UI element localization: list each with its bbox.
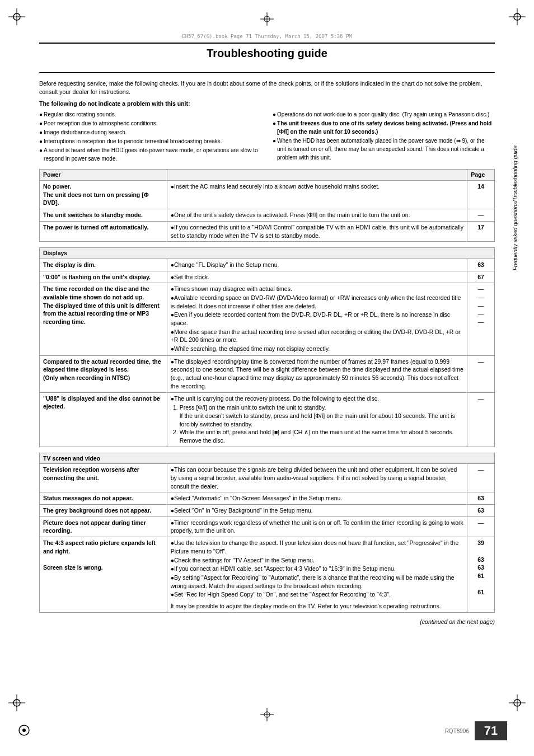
display-solution-3: ●Times shown may disagree with actual ti…	[167, 283, 467, 356]
power-section-header: Power Page	[40, 170, 495, 181]
bullet-right-2: ●When the HDD has been automatically pla…	[273, 137, 495, 162]
display-row-4: Compared to the actual recorded time, th…	[40, 355, 495, 392]
bullet-left-0: ●Regular disc rotating sounds.	[39, 110, 261, 119]
list-item: ●If you connect an HDMI cable, set "Aspe…	[171, 565, 464, 573]
display-solution-1: ●Change "FL Display" in the Setup menu.	[167, 259, 467, 271]
list-item: ●Available recording space on DVD-RW (DV…	[171, 294, 464, 310]
tv-row-3: The grey background does not appear. ●Se…	[40, 505, 495, 517]
top-center-mark	[260, 12, 274, 27]
list-item: ●Check the settings for "TV Aspect" in t…	[171, 556, 464, 565]
extra-text: It may be possible to adjust the display…	[171, 602, 464, 611]
tv-page-4: —	[467, 516, 495, 537]
bottom-bar: RQT8906 71	[445, 721, 507, 740]
svg-point-19	[22, 729, 26, 732]
displays-label: Displays	[40, 248, 495, 259]
following-header: The following do not indicate a problem …	[39, 100, 495, 107]
power-problem-1: No power.The unit does not turn on press…	[40, 181, 167, 209]
list-item: While the unit is off, press and hold [■…	[180, 428, 464, 444]
display-page-2: 67	[467, 271, 495, 283]
tv-page-1: —	[467, 464, 495, 492]
tv-problem-4: Picture does not appear during timer rec…	[40, 516, 167, 537]
corner-mark-br	[509, 694, 526, 711]
corner-mark-tl	[8, 8, 25, 25]
power-row-2: The unit switches to standby mode. ●One …	[40, 209, 495, 222]
tv-page-3: 63	[467, 505, 495, 517]
power-solution-2: ●One of the unit's safety devices is act…	[167, 209, 467, 222]
power-problem-3: The power is turned off automatically.	[40, 221, 167, 241]
power-page-header: Page	[467, 170, 495, 181]
tv-section-header: TV screen and video	[40, 453, 495, 464]
tv-row-1: Television reception worsens after conne…	[40, 464, 495, 492]
display-problem-5: "U88" is displayed and the disc cannot b…	[40, 392, 167, 447]
corner-mark-tr	[509, 8, 526, 25]
bottom-center-mark	[260, 708, 274, 722]
tv-row-4: Picture does not appear during timer rec…	[40, 516, 495, 537]
display-problem-1: The display is dim.	[40, 259, 167, 271]
main-content: Frequently asked questions/Troubleshooti…	[39, 34, 495, 625]
display-page-4: —	[467, 355, 495, 392]
display-solution-2: ●Set the clock.	[167, 271, 467, 283]
list-item: ●Times shown may disagree with actual ti…	[171, 285, 464, 293]
list-item: ●Even if you delete recorded content fro…	[171, 311, 464, 327]
tv-solution-1: ●This can occur because the signals are …	[167, 464, 467, 492]
tv-solution-5: ●Use the television to change the aspect…	[167, 537, 467, 613]
side-label: Frequently asked questions/Troubleshooti…	[512, 145, 518, 270]
page-title: Troubleshooting guide	[39, 47, 495, 62]
display-problem-4: Compared to the actual recorded time, th…	[40, 355, 167, 392]
bullets-left-col: ●Regular disc rotating sounds. ●Poor rec…	[39, 110, 261, 163]
display-row-2: "0:00" is flashing on the unit's display…	[40, 271, 495, 283]
power-row-3: The power is turned off automatically. ●…	[40, 221, 495, 241]
model-number: RQT8906	[445, 728, 469, 734]
display-solution-4: ●The displayed recording/play time is co…	[167, 355, 467, 392]
bullet-left-3: ●Interruptions in reception due to perio…	[39, 137, 261, 145]
continued-text: (continued on the next page)	[39, 618, 495, 625]
tv-table: TV screen and video Television reception…	[39, 453, 495, 613]
power-page-2: —	[467, 209, 495, 222]
tv-row-2: Status messages do not appear. ●Select "…	[40, 492, 495, 505]
list-item: ●Set "Rec for High Speed Copy" to "On", …	[171, 590, 464, 599]
bullet-lists: ●Regular disc rotating sounds. ●Poor rec…	[39, 110, 495, 163]
file-info: EH57_67(G).book Page 71 Thursday, March …	[39, 34, 495, 39]
display-problem-2: "0:00" is flashing on the unit's display…	[40, 271, 167, 283]
bullet-right-1: ●The unit freezes due to one of its safe…	[273, 119, 495, 136]
tv-solution-2: ●Select "Automatic" in "On-Screen Messag…	[167, 492, 467, 505]
bottom-left-circle	[18, 724, 30, 738]
bullet-right-0: ●Operations do not work due to a poor-qu…	[273, 110, 495, 119]
tv-problem-3: The grey background does not appear.	[40, 505, 167, 517]
bullet-left-1: ●Poor reception due to atmospheric condi…	[39, 119, 261, 128]
power-solution-3: ●If you connected this unit to a "HDAVI …	[167, 221, 467, 241]
tv-problem-5: The 4:3 aspect ratio picture expands lef…	[40, 537, 167, 613]
tv-label: TV screen and video	[40, 453, 495, 464]
bullet-left-2: ●Image disturbance during search.	[39, 128, 261, 137]
page-wrapper: Frequently asked questions/Troubleshooti…	[0, 0, 534, 756]
power-table: Power Page No power.The unit does not tu…	[39, 169, 495, 242]
list-item: ●While searching, the elapsed time may n…	[171, 345, 464, 353]
display-row-1: The display is dim. ●Change "FL Display"…	[40, 259, 495, 271]
display-page-1: 63	[467, 259, 495, 271]
list-item: ●More disc space than the actual recordi…	[171, 328, 464, 344]
page-badge: 71	[475, 721, 507, 740]
power-problem-2: The unit switches to standby mode.	[40, 209, 167, 222]
power-page-3: 17	[467, 221, 495, 241]
tv-row-5: The 4:3 aspect ratio picture expands lef…	[40, 537, 495, 613]
bullet-left-4: ●A sound is heard when the HDD goes into…	[39, 146, 261, 163]
display-page-3: —————	[467, 283, 495, 356]
power-page-1: 14	[467, 181, 495, 209]
power-label: Power	[40, 170, 167, 181]
bullets-right-col: ●Operations do not work due to a poor-qu…	[273, 110, 495, 163]
tv-solution-4: ●Timer recordings work regardless of whe…	[167, 516, 467, 537]
list-item: ●Use the television to change the aspect…	[171, 539, 464, 555]
tv-solution-3: ●Select "On" in "Grey Background" in the…	[167, 505, 467, 517]
power-solution-1: ●Insert the AC mains lead securely into …	[167, 181, 467, 209]
intro-text: Before requesting service, make the foll…	[39, 79, 495, 96]
tv-page-2: 63	[467, 492, 495, 505]
displays-table: Displays The display is dim. ●Change "FL…	[39, 247, 495, 447]
corner-mark-bl	[8, 694, 25, 711]
display-problem-3: The time recorded on the disc and the av…	[40, 283, 167, 356]
power-solution-header	[167, 170, 467, 181]
tv-problem-1: Television reception worsens after conne…	[40, 464, 167, 492]
list-item: Press [Ф/I] on the main unit to switch t…	[180, 403, 464, 428]
tv-page-5: 39 63 63 61 61	[467, 537, 495, 613]
displays-section-header: Displays	[40, 248, 495, 259]
display-row-5: "U88" is displayed and the disc cannot b…	[40, 392, 495, 447]
